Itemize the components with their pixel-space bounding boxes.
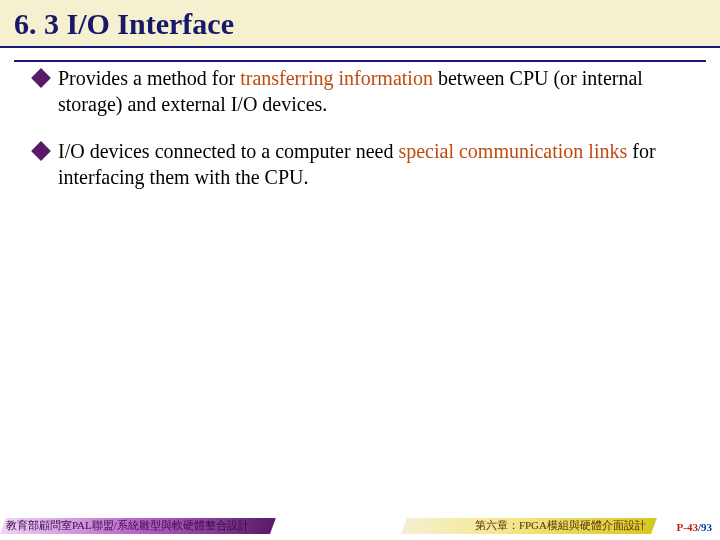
bullet-pre: Provides a method for	[58, 67, 240, 89]
bullet-emphasis: special communication links	[398, 140, 627, 162]
footer-left-text: 教育部顧問室PAL聯盟/系統雛型與軟硬體整合設計	[6, 518, 249, 533]
bullet-text: I/O devices connected to a computer need…	[58, 139, 686, 190]
bullet-item: Provides a method for transferring infor…	[34, 66, 686, 117]
diamond-bullet-icon	[31, 68, 51, 88]
diamond-bullet-icon	[31, 141, 51, 161]
bullet-item: I/O devices connected to a computer need…	[34, 139, 686, 190]
page-total: 93	[701, 521, 712, 533]
bullet-text: Provides a method for transferring infor…	[58, 66, 686, 117]
page-prefix: P-	[677, 521, 687, 533]
title-underline	[14, 60, 706, 62]
slide: 6. 3 I/O Interface Provides a method for…	[0, 0, 720, 540]
title-band: 6. 3 I/O Interface	[0, 0, 720, 48]
footer-center-text: 第六章：FPGA模組與硬體介面設計	[475, 518, 646, 533]
slide-title: 6. 3 I/O Interface	[14, 7, 234, 41]
slide-body: Provides a method for transferring infor…	[0, 48, 720, 190]
bullet-pre: I/O devices connected to a computer need	[58, 140, 398, 162]
page-current: 43	[687, 521, 698, 533]
slide-footer: 教育部顧問室PAL聯盟/系統雛型與軟硬體整合設計 第六章：FPGA模組與硬體介面…	[0, 516, 720, 540]
page-number: P-43/93	[677, 521, 712, 533]
bullet-emphasis: transferring information	[240, 67, 433, 89]
